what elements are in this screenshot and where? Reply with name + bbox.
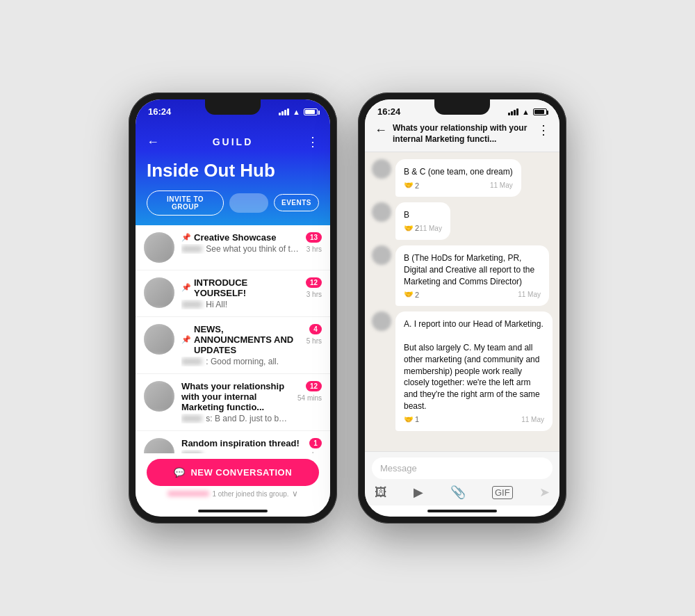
reaction[interactable]: 🤝 2: [404, 290, 419, 299]
message-text: B (The HoDs for Marketing, PR, Digital a…: [404, 252, 541, 287]
conv-meta: 12 54 mins: [297, 381, 322, 402]
signal-icon-left: [279, 108, 289, 115]
message-time: 11 May: [419, 225, 442, 232]
conv-title: 📌 INTRODUCE YOURSELF!: [181, 277, 299, 298]
conv-preview: : Good morning, all.: [181, 357, 300, 366]
blurred-button: [229, 193, 268, 213]
input-actions: 🖼 ▶ 📎 GIF ➤: [372, 485, 553, 500]
chat-bubble: B (The HoDs for Marketing, PR, Digital a…: [395, 245, 549, 306]
guild-action-buttons: INVITE TO GROUP EVENTS: [147, 191, 319, 216]
conv-meta: 13 3 hrs: [306, 232, 322, 253]
conv-content: 📌 INTRODUCE YOURSELF! Hi All!: [181, 277, 299, 309]
guild-nav: ← GUILD ⋮: [147, 134, 319, 149]
conv-meta: 12 3 hrs: [306, 277, 322, 298]
conversation-item[interactable]: 📌 INTRODUCE YOURSELF! Hi All! 12 3 hrs: [136, 270, 330, 317]
message-item: B 🤝 2 11 May: [372, 202, 553, 240]
message-time: 11 May: [521, 416, 544, 423]
conv-content: Random inspiration thread!: [181, 438, 302, 453]
unread-badge: 12: [306, 277, 322, 288]
chat-messages: B & C (one team, one dream) 🤝 2 11 May B…: [365, 152, 559, 451]
bubble-footer: 🤝 2 11 May: [404, 181, 513, 190]
signal-icon-right: [508, 108, 518, 115]
chevron-down-icon: ∨: [292, 489, 298, 499]
avatar: [144, 438, 174, 453]
message-time: 11 May: [490, 181, 513, 189]
status-icons-right: ▲: [508, 108, 547, 116]
chat-bubble: B 🤝 2 11 May: [395, 202, 450, 240]
left-screen: 16:24 ▲ ←: [136, 99, 330, 517]
back-button-left[interactable]: ←: [147, 135, 159, 149]
back-button-right[interactable]: ←: [375, 123, 387, 138]
conv-preview: See what you think of the...: [181, 244, 299, 254]
home-indicator-right: [427, 510, 497, 512]
image-icon[interactable]: 🖼: [375, 485, 387, 500]
more-menu-right[interactable]: ⋮: [537, 122, 550, 138]
conv-meta: 4 5 hrs: [306, 324, 322, 345]
chat-icon: 💬: [174, 467, 186, 478]
events-button[interactable]: EVENTS: [274, 194, 319, 211]
avatar: [144, 381, 174, 412]
joined-notice: 1 other joined this group. ∨: [147, 486, 319, 500]
conversation-item[interactable]: Whats your relationship with your intern…: [136, 374, 330, 431]
conv-content: 📌 NEWS, ANNOUNCMENTS AND UPDATES : Good …: [181, 324, 300, 366]
message-text: B: [404, 209, 442, 221]
fab-area: 💬 NEW CONVERSATION 1 other joined this g…: [136, 453, 330, 505]
avatar: [372, 159, 391, 179]
send-button[interactable]: ➤: [539, 485, 550, 500]
reaction[interactable]: 🤝 2: [404, 181, 419, 190]
message-text: A. I report into our Head of Marketing. …: [404, 318, 544, 412]
avatar: [372, 202, 391, 222]
conversation-item[interactable]: Random inspiration thread! 1 hrs: [136, 431, 330, 453]
guild-logo: GUILD: [159, 136, 306, 147]
reaction[interactable]: 🤝 2: [404, 224, 419, 233]
home-indicator-left: [198, 510, 268, 512]
invite-to-group-button[interactable]: INVITE TO GROUP: [147, 191, 224, 216]
conv-time: 54 mins: [297, 394, 322, 402]
conv-time: 5 hrs: [306, 337, 322, 345]
chat-input-area: Message 🖼 ▶ 📎 GIF ➤: [365, 451, 559, 505]
avatar: [372, 311, 391, 331]
bubble-footer: 🤝 1 11 May: [404, 415, 544, 424]
conversation-item[interactable]: 📌 NEWS, ANNOUNCMENTS AND UPDATES : Good …: [136, 317, 330, 374]
conv-title: 📌 Creative Showcase: [181, 232, 299, 243]
avatar: [144, 232, 174, 263]
chat-bubble: A. I report into our Head of Marketing. …: [395, 311, 553, 430]
attachment-icon[interactable]: 📎: [450, 485, 466, 500]
gif-icon[interactable]: GIF: [492, 486, 513, 499]
message-item: A. I report into our Head of Marketing. …: [372, 311, 553, 430]
conversation-item[interactable]: 📌 Creative Showcase See what you think o…: [136, 225, 330, 270]
pin-icon: 📌: [181, 233, 191, 242]
conv-title: Whats your relationship with your intern…: [181, 381, 291, 412]
conv-meta: 1 hrs: [309, 438, 322, 453]
status-time-left: 16:24: [148, 106, 171, 117]
status-time-right: 16:24: [377, 106, 400, 117]
message-item: B (The HoDs for Marketing, PR, Digital a…: [372, 245, 553, 306]
chat-title: Whats your relationship with your intern…: [393, 122, 532, 145]
conv-time: 3 hrs: [306, 245, 322, 253]
chat-bubble: B & C (one team, one dream) 🤝 2 11 May: [395, 159, 521, 197]
reaction[interactable]: 🤝 1: [404, 415, 419, 424]
video-icon[interactable]: ▶: [414, 485, 423, 500]
battery-icon-right: [533, 108, 547, 115]
more-menu-left[interactable]: ⋮: [306, 134, 319, 149]
hub-title: Inside Out Hub: [147, 161, 319, 181]
unread-badge: 1: [309, 438, 322, 448]
conv-content: Whats your relationship with your intern…: [181, 381, 291, 423]
message-text: B & C (one team, one dream): [404, 166, 513, 178]
message-input[interactable]: Message: [380, 463, 544, 473]
unread-badge: 12: [306, 381, 322, 391]
guild-header: 16:24 ▲ ←: [136, 99, 330, 225]
conv-title: Random inspiration thread!: [181, 438, 302, 448]
wifi-icon-left: ▲: [293, 108, 300, 116]
unread-badge: 4: [309, 324, 322, 334]
conversation-list: 📌 Creative Showcase See what you think o…: [136, 225, 330, 453]
conv-preview: Hi All!: [181, 300, 299, 309]
new-conversation-button[interactable]: 💬 NEW CONVERSATION: [147, 459, 319, 486]
message-item: B & C (one team, one dream) 🤝 2 11 May: [372, 159, 553, 197]
avatar: [144, 324, 174, 355]
conv-title: 📌 NEWS, ANNOUNCMENTS AND UPDATES: [181, 324, 300, 355]
conv-content: 📌 Creative Showcase See what you think o…: [181, 232, 299, 254]
notch-right: [434, 99, 490, 115]
message-input-row: Message: [372, 457, 553, 479]
battery-icon-left: [304, 108, 318, 115]
